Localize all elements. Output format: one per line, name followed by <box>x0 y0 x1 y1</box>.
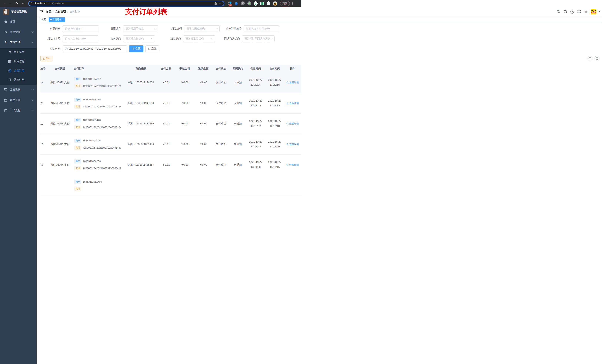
url-host: localhost <box>35 2 46 5</box>
yen-icon: ¥ <box>4 41 7 44</box>
merchant-order-no: 1635311468233 <box>83 160 101 163</box>
sidebar-item-infrastructure[interactable]: 基础设施 <box>0 84 37 95</box>
merchant-order-no-input[interactable] <box>244 25 279 32</box>
col-status: 支付状态 <box>213 65 230 72</box>
y-extension-icon[interactable]: y <box>254 1 258 6</box>
order-id-cell: 18 <box>40 134 46 155</box>
notify-cell: 未通知 <box>229 72 246 93</box>
merchant-badge: 商户 <box>74 159 81 163</box>
pay-order-cell: 商户1635311949168 支付4200001181202110277723… <box>74 93 125 113</box>
actions-cell: 查看详情 <box>284 155 301 175</box>
sidebar-item-refund-order[interactable]: 退款订单 <box>0 75 37 84</box>
recorder-extension-icon[interactable] <box>247 1 251 6</box>
create-time-range-picker[interactable]: 2021-10-01 00:00:00 - 2021-10-31 23:59:5… <box>63 45 127 52</box>
pay-order-cell: 商户1635311881440 支付4200001173202110272847… <box>74 113 125 134</box>
date-start-value: 2021-10-01 00:00:00 <box>69 47 93 50</box>
channel-code-select[interactable]: 请输入渠道编码 <box>184 25 220 32</box>
sidebar-fold-icon[interactable] <box>40 10 43 13</box>
browser-reload-icon[interactable]: ⟳ <box>14 1 19 6</box>
refresh-icon <box>148 48 150 50</box>
reset-button[interactable]: 重置 <box>145 45 159 52</box>
sidebar-item-workflow[interactable]: 工作流程 <box>0 105 37 116</box>
extension-badge: 10 <box>229 4 232 6</box>
view-detail-link[interactable]: 查看详情 <box>286 102 299 105</box>
channel-cell: 微信 JSAPI 支付 <box>46 113 74 134</box>
site-info-icon[interactable]: ⓘ <box>31 2 33 5</box>
tag-pay-order[interactable]: 支付订单 × <box>49 17 65 22</box>
sidebar-item-system[interactable]: ⚙ 系统管理 <box>0 27 37 37</box>
merchant-input[interactable] <box>63 25 99 32</box>
created-cell: 2021-10-2713:22:05 <box>246 72 265 93</box>
sidebar-item-app-info[interactable]: 应用信息 <box>0 57 37 66</box>
notify-status-select[interactable]: 请选择订单回调商户状态 <box>242 35 275 42</box>
address-bar[interactable]: ⓘ localhost:1024/pay/order ☆ <box>28 1 224 6</box>
profile-emoji-icon[interactable] <box>273 1 277 6</box>
col-actions: 操作 <box>284 65 301 72</box>
browser-back-icon[interactable]: ← <box>2 1 7 6</box>
command-extension-icon[interactable]: ⌘ <box>241 1 245 6</box>
channel-order-no-input[interactable] <box>63 35 98 42</box>
sidebar-item-dev-tools[interactable]: 研发工具 <box>0 95 37 105</box>
col-created: 创建时间 <box>246 65 265 72</box>
share-icon[interactable] <box>214 2 217 5</box>
title-cell: 标题：1635311881439 <box>125 113 157 134</box>
browser-update-button[interactable]: 更新 <box>280 1 290 6</box>
sidebar-item-home[interactable]: 首页 <box>0 16 37 27</box>
channel-cell <box>46 175 74 182</box>
bookmark-star-icon[interactable]: ☆ <box>219 2 222 5</box>
chat-extension-icon[interactable] <box>260 1 264 6</box>
pay-order-no: 4200001181202110277723215336 <box>83 105 121 108</box>
order-id-cell <box>40 175 46 182</box>
pay-order-icon: ¥ <box>8 69 11 72</box>
chevron-down-icon <box>211 38 213 39</box>
breadcrumb-payment[interactable]: 支付管理 <box>55 10 66 13</box>
app-select[interactable]: 请选择应用信息 <box>123 25 158 32</box>
export-button[interactable]: 导出 <box>40 56 53 61</box>
browser-home-icon[interactable]: ⌂ <box>21 1 26 6</box>
puzzle-extensions-icon[interactable] <box>267 1 271 6</box>
app-logo-row[interactable]: 芋道管理系统 <box>0 7 37 16</box>
browser-menu-icon[interactable]: ⋮ <box>291 2 294 5</box>
sidebar-item-merchant-info[interactable]: 商户信息 <box>0 48 37 57</box>
shop-icon <box>8 51 11 54</box>
order-id-cell: 19 <box>40 113 46 134</box>
filter-label: 所属商户 <box>40 27 63 30</box>
tag-view-bar: 首页 支付订单 × <box>37 16 301 23</box>
refund-status-select[interactable]: 请选择退款状态 <box>183 35 215 42</box>
gem-extension-icon[interactable] <box>234 1 238 6</box>
status-cell: 支付成功 <box>213 134 230 155</box>
sidebar-item-label: 首页 <box>10 20 15 23</box>
merchant-order-no: 1635311823086 <box>83 139 101 142</box>
title-cell: 标题：1635311949168 <box>125 93 157 113</box>
url-text[interactable]: localhost:1024/pay/order <box>35 2 212 5</box>
chevron-down-icon <box>151 38 153 39</box>
view-detail-link[interactable]: 查看详情 <box>286 143 299 146</box>
sidebar-item-payment[interactable]: ¥ 支付管理 <box>0 37 37 48</box>
table-row: 17 微信 JSAPI 支付 商户1635311468233 支付4200001… <box>40 155 301 175</box>
sidebar-item-pay-order[interactable]: ¥ 支付订单 <box>0 66 37 75</box>
sidebar-item-label: 商户信息 <box>14 51 24 54</box>
chevron-down-icon <box>32 109 33 111</box>
breadcrumb-home[interactable]: 首页 <box>46 10 51 13</box>
tag-close-icon[interactable]: × <box>62 19 64 21</box>
fee-cell: ￥0.00 <box>175 93 194 113</box>
view-detail-link[interactable]: 查看详情 <box>286 81 299 84</box>
view-detail-link[interactable]: 查看详情 <box>286 122 299 125</box>
browser-forward-icon[interactable]: → <box>8 1 13 6</box>
filter-label: 应用编号 <box>99 27 123 30</box>
amount-cell: ￥0.01 <box>157 113 175 134</box>
view-detail-link[interactable]: 查看详情 <box>286 163 299 166</box>
notify-cell: 未通知 <box>229 134 246 155</box>
created-cell: 2021-10-2713:17:03 <box>246 134 265 155</box>
refund-cell: ￥0.00 <box>194 72 213 93</box>
sidebar-item-label: 研发工具 <box>10 98 20 102</box>
tab-manager-extension-icon[interactable]: 10 <box>228 1 232 6</box>
filter-label: 渠道编码 <box>158 27 184 30</box>
search-button[interactable]: 搜索 <box>129 45 143 52</box>
pay-status-select[interactable]: 请选择支付状态 <box>123 35 155 42</box>
tag-home[interactable]: 首页 <box>40 17 47 22</box>
browser-chrome: ← → ⟳ ⌂ ⓘ localhost:1024/pay/order ☆ 10 … <box>0 0 301 7</box>
pay-order-no: 4200001173202110272847982104 <box>83 126 121 129</box>
dashboard-icon <box>4 20 7 23</box>
created-cell: 2021-10-2713:18:02 <box>246 113 265 134</box>
